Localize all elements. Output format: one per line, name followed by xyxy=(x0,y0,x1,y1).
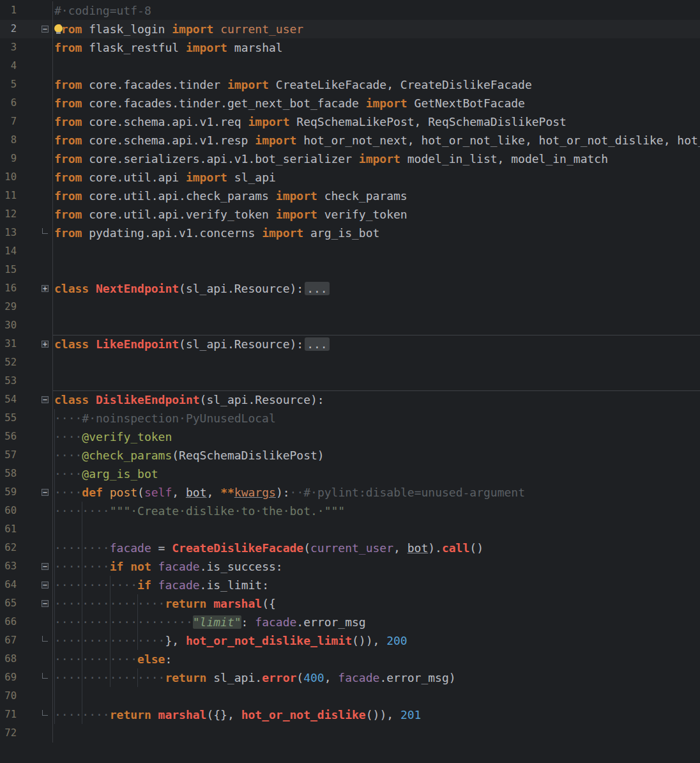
gutter-cell[interactable]: 11 xyxy=(0,187,53,205)
line-number[interactable]: 5 xyxy=(0,75,17,94)
code-text[interactable]: ········"""·Create·dislike·to·the·bot.·"… xyxy=(53,502,700,520)
code-text[interactable]: ········facade = CreateDislikeFacade(cur… xyxy=(53,539,700,557)
gutter-cell[interactable]: 16+ xyxy=(0,279,53,298)
gutter-cell[interactable]: 62 xyxy=(0,539,53,557)
gutter-cell[interactable]: 15 xyxy=(0,261,53,279)
line-number[interactable]: 71 xyxy=(0,705,17,724)
gutter-cell[interactable]: 52 xyxy=(0,353,53,372)
gutter-cell[interactable]: 1 xyxy=(0,1,53,20)
code-text[interactable]: ············if facade.is_limit: xyxy=(53,576,700,594)
code-line[interactable]: 71········return marshal({}, hot_or_not_… xyxy=(0,705,700,724)
line-number[interactable]: 8 xyxy=(0,131,17,150)
line-number[interactable]: 7 xyxy=(0,112,17,131)
line-number[interactable]: 2 xyxy=(0,20,17,38)
code-text[interactable] xyxy=(53,242,700,261)
gutter-cell[interactable]: 14 xyxy=(0,242,53,261)
gutter-cell[interactable]: 10 xyxy=(0,168,53,187)
line-number[interactable]: 1 xyxy=(0,1,17,20)
line-number[interactable]: 29 xyxy=(0,298,17,316)
code-line[interactable]: 61 xyxy=(0,520,700,539)
code-text[interactable]: ················}, hot_or_not_dislike_li… xyxy=(53,631,700,650)
line-number[interactable]: 54 xyxy=(0,390,17,409)
code-text[interactable]: from core.util.api import sl_api xyxy=(53,168,700,187)
gutter-cell[interactable]: 13 xyxy=(0,224,53,242)
code-text[interactable]: ····@arg_is_bot xyxy=(53,465,700,483)
code-line[interactable]: 56····@verify_token xyxy=(0,428,700,446)
code-text[interactable]: class DislikeEndpoint(sl_api.Resource): xyxy=(53,390,700,409)
code-text[interactable]: from flask_restful import marshal xyxy=(53,38,700,57)
fold-end-icon[interactable] xyxy=(42,636,48,642)
code-line[interactable]: 72 xyxy=(0,724,700,743)
gutter-cell[interactable]: 61 xyxy=(0,520,53,539)
line-number[interactable]: 52 xyxy=(0,353,17,372)
code-text[interactable]: ····def post(self, bot, **kwargs):··#·py… xyxy=(53,483,700,502)
code-text[interactable]: from core.facades.tinder import CreateLi… xyxy=(53,75,700,94)
code-text[interactable]: ············else: xyxy=(53,650,700,668)
code-line[interactable]: 9from core.serializers.api.v1.bot_serial… xyxy=(0,150,700,168)
code-line[interactable]: 7from core.schema.api.v1.req import ReqS… xyxy=(0,112,700,131)
fold-collapse-icon[interactable]: − xyxy=(42,582,49,589)
code-line[interactable]: 67················}, hot_or_not_dislike_… xyxy=(0,631,700,650)
code-text[interactable]: #·coding=utf-8 xyxy=(53,1,700,20)
code-line[interactable]: 29 xyxy=(0,298,700,316)
code-text[interactable]: ····@verify_token xyxy=(53,428,700,446)
code-text[interactable] xyxy=(53,261,700,279)
code-text[interactable]: from core.schema.api.v1.resp import hot_… xyxy=(53,131,700,150)
gutter-cell[interactable]: 68 xyxy=(0,650,53,668)
line-number[interactable]: 3 xyxy=(0,38,17,57)
gutter-cell[interactable]: 2− xyxy=(0,20,53,38)
line-number[interactable]: 61 xyxy=(0,520,17,539)
line-number[interactable]: 11 xyxy=(0,187,17,205)
line-number[interactable]: 10 xyxy=(0,168,17,187)
code-text[interactable]: from core.schema.api.v1.req import ReqSc… xyxy=(53,112,700,131)
code-line[interactable]: 8from core.schema.api.v1.resp import hot… xyxy=(0,131,700,150)
code-line[interactable]: 64−············if facade.is_limit: xyxy=(0,576,700,594)
gutter-cell[interactable]: 69 xyxy=(0,668,53,687)
line-number[interactable]: 14 xyxy=(0,242,17,261)
gutter-cell[interactable]: 53 xyxy=(0,372,53,390)
code-text[interactable] xyxy=(53,316,700,335)
code-text[interactable] xyxy=(53,353,700,372)
code-text[interactable]: ········if not facade.is_success: xyxy=(53,557,700,576)
code-line[interactable]: 65−················return marshal({ xyxy=(0,594,700,613)
code-line[interactable]: 68············else: xyxy=(0,650,700,668)
folded-region-ellipsis[interactable]: ... xyxy=(305,337,330,351)
code-line[interactable]: 70 xyxy=(0,687,700,705)
code-text[interactable]: ················return sl_api.error(400,… xyxy=(53,668,700,687)
code-line[interactable]: 5from core.facades.tinder import CreateL… xyxy=(0,75,700,94)
code-text[interactable]: from core.util.api.verify_token import v… xyxy=(53,205,700,224)
code-line[interactable]: 30 xyxy=(0,316,700,335)
line-number[interactable]: 56 xyxy=(0,428,17,446)
line-number[interactable]: 65 xyxy=(0,594,17,613)
gutter-cell[interactable]: 55 xyxy=(0,409,53,428)
code-text[interactable]: class LikeEndpoint(sl_api.Resource):... xyxy=(53,335,700,353)
code-line[interactable]: 66····················"limit": facade.er… xyxy=(0,613,700,631)
gutter-cell[interactable]: 54− xyxy=(0,390,53,409)
code-line[interactable]: 6from core.facades.tinder.get_next_bot_f… xyxy=(0,94,700,112)
line-number[interactable]: 72 xyxy=(0,724,17,743)
line-number[interactable]: 57 xyxy=(0,446,17,465)
gutter-cell[interactable]: 29 xyxy=(0,298,53,316)
code-text[interactable]: class NextEndpoint(sl_api.Resource):... xyxy=(53,279,700,298)
code-line[interactable]: 69················return sl_api.error(40… xyxy=(0,668,700,687)
code-text[interactable]: from core.facades.tinder.get_next_bot_fa… xyxy=(53,94,700,112)
gutter-cell[interactable]: 31+ xyxy=(0,335,53,353)
gutter-cell[interactable]: 67 xyxy=(0,631,53,650)
gutter-cell[interactable]: 66 xyxy=(0,613,53,631)
fold-collapse-icon[interactable]: − xyxy=(42,26,49,33)
gutter-cell[interactable]: 12 xyxy=(0,205,53,224)
line-number[interactable]: 15 xyxy=(0,261,17,279)
fold-end-icon[interactable] xyxy=(42,710,48,716)
code-line[interactable]: 62········facade = CreateDislikeFacade(c… xyxy=(0,539,700,557)
line-number[interactable]: 4 xyxy=(0,57,17,75)
gutter-cell[interactable]: 72 xyxy=(0,724,53,743)
code-text[interactable] xyxy=(53,57,700,75)
code-text[interactable]: ····@check_params(ReqSchemaDislikePost) xyxy=(53,446,700,465)
fold-expand-icon[interactable]: + xyxy=(42,341,49,348)
line-number[interactable]: 55 xyxy=(0,409,17,428)
code-line[interactable]: 31+class LikeEndpoint(sl_api.Resource):.… xyxy=(0,335,700,353)
line-number[interactable]: 70 xyxy=(0,687,17,705)
code-text[interactable] xyxy=(53,724,700,743)
code-line[interactable]: 58····@arg_is_bot xyxy=(0,465,700,483)
code-line[interactable]: 10from core.util.api import sl_api xyxy=(0,168,700,187)
